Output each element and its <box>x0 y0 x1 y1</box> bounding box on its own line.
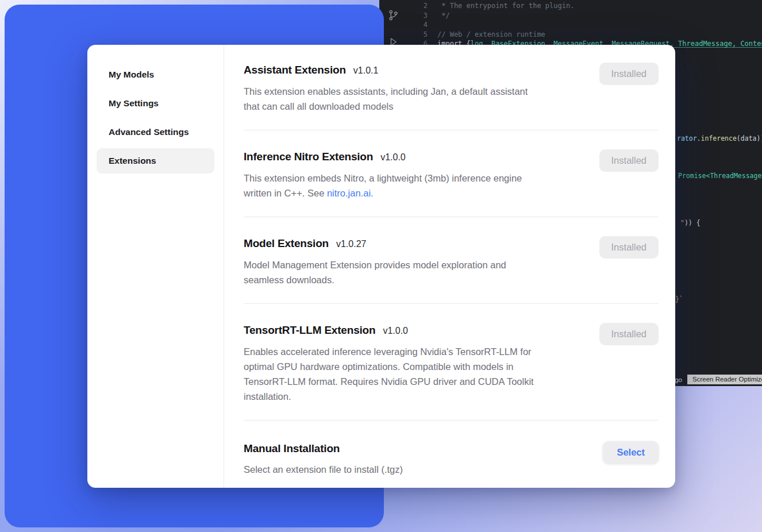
line-number: 3 <box>407 11 437 21</box>
installed-button[interactable]: Installed <box>599 63 659 85</box>
screen-reader-chip: Screen Reader Optimize <box>687 375 762 384</box>
code-fragment: ")) { <box>680 218 701 228</box>
extension-name: Inference Nitro Extension <box>244 149 373 164</box>
extension-name: Model Extension <box>244 236 329 251</box>
manual-installation-title: Manual Installation <box>244 441 589 456</box>
installed-button[interactable]: Installed <box>599 236 659 259</box>
extension-title: TensortRT-LLM Extension v1.0.0 <box>244 323 586 338</box>
manual-installation-description: Select an extension file to install (.tg… <box>244 462 588 477</box>
extension-version: v1.0.0 <box>383 323 408 338</box>
status-text: go <box>675 376 682 383</box>
extension-section-tensorrt: TensortRT-LLM Extension v1.0.0 Enables a… <box>244 304 659 421</box>
extension-section-model: Model Extension v1.0.27 Model Management… <box>244 217 659 304</box>
extension-description: Model Management Extension provides mode… <box>244 257 586 287</box>
extension-description: This extension embeds Nitro, a lightweig… <box>244 171 586 201</box>
source-control-icon <box>387 9 399 24</box>
installed-button[interactable]: Installed <box>599 323 659 345</box>
sidebar-item-my-settings[interactable]: My Settings <box>97 91 214 116</box>
code-lines: 2 * The entrypoint for the plugin. 3 */ … <box>407 1 762 49</box>
extension-section-assistant: Assistant Extension v1.0.1 This extensio… <box>244 45 659 130</box>
extension-section-nitro: Inference Nitro Extension v1.0.0 This ex… <box>244 130 659 217</box>
extension-title: Assistant Extension v1.0.1 <box>244 63 586 78</box>
extensions-panel: Assistant Extension v1.0.1 This extensio… <box>224 45 675 488</box>
line-number: 4 <box>407 20 437 30</box>
code-line: 4 <box>407 20 762 30</box>
extension-version: v1.0.0 <box>380 150 406 165</box>
sidebar-item-extensions[interactable]: Extensions <box>97 148 214 174</box>
line-number: 5 <box>407 30 437 40</box>
settings-modal: My Models My Settings Advanced Settings … <box>87 45 675 488</box>
nitro-jan-ai-link[interactable]: nitro.jan.ai. <box>327 188 374 198</box>
code-line: 5 // Web / extension runtime <box>407 30 762 40</box>
settings-sidebar: My Models My Settings Advanced Settings … <box>87 45 224 488</box>
extension-version: v1.0.27 <box>336 237 366 252</box>
manual-installation-section: Manual Installation Select an extension … <box>244 421 659 488</box>
extension-description: Enables accelerated inference leveraging… <box>244 344 586 404</box>
extension-title: Model Extension v1.0.27 <box>244 236 586 252</box>
extension-name: TensortRT-LLM Extension <box>244 323 375 338</box>
code-fragment: Promise<ThreadMessage> <box>678 171 762 180</box>
select-button[interactable]: Select <box>603 441 659 464</box>
line-number: 2 <box>407 1 437 11</box>
editor-status-bar: go Screen Reader Optimize <box>675 375 762 384</box>
page: 2 * The entrypoint for the plugin. 3 */ … <box>0 0 762 532</box>
code-line: 3 */ <box>407 11 762 21</box>
extension-name: Assistant Extension <box>244 63 346 78</box>
extension-version: v1.0.1 <box>353 63 379 78</box>
sidebar-item-advanced-settings[interactable]: Advanced Settings <box>97 119 214 145</box>
code-fragment: rator.inference(data)); <box>677 134 762 143</box>
extension-title: Inference Nitro Extension v1.0.0 <box>244 149 586 165</box>
sidebar-item-my-models[interactable]: My Models <box>97 62 214 87</box>
extension-description: This extension enables assistants, inclu… <box>244 84 586 114</box>
installed-button[interactable]: Installed <box>599 149 659 172</box>
code-line: 2 * The entrypoint for the plugin. <box>407 1 762 11</box>
